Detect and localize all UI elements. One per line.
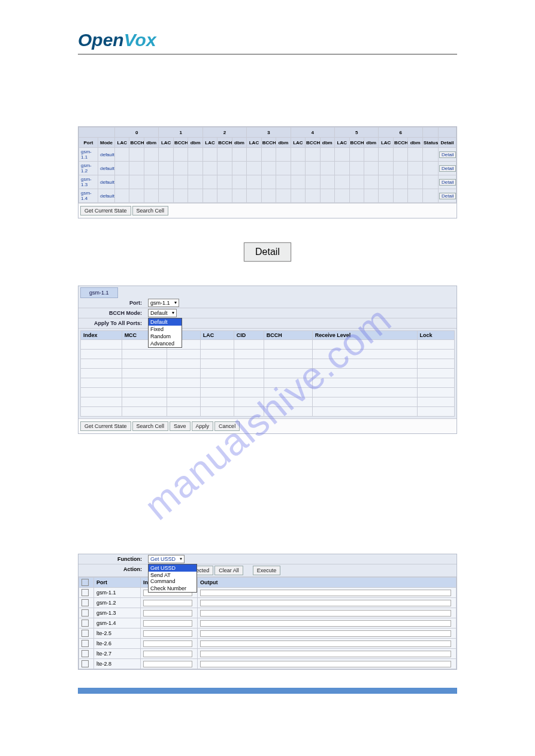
row-checkbox[interactable]: [81, 640, 89, 647]
detail-button[interactable]: Detail: [439, 151, 456, 158]
input-field[interactable]: [143, 640, 192, 647]
dropdown-option[interactable]: Get USSD: [149, 564, 197, 572]
bcch-mode-select[interactable]: Default DefaultFixedRandomAdvanced: [148, 309, 177, 316]
data-cell: [291, 175, 305, 189]
detail-callout: Detail: [78, 242, 457, 262]
data-cell: [200, 369, 234, 378]
row-checkbox[interactable]: [81, 620, 89, 627]
ports-table-panel: 0 1 2 3 4 5 6 PortModeLACBCCHdbmLACBCCHd…: [78, 126, 457, 218]
data-cell: [261, 162, 276, 175]
data-cell: [173, 189, 188, 203]
dropdown-option[interactable]: Random: [149, 333, 182, 340]
table-row: gsm-1.1defaultDetail: [79, 148, 457, 162]
output-field[interactable]: [200, 620, 451, 627]
data-cell: [264, 397, 312, 407]
row-checkbox[interactable]: [81, 660, 89, 667]
data-cell: [202, 148, 217, 162]
data-cell: [276, 175, 291, 189]
data-cell: [122, 407, 167, 417]
data-cell: [306, 162, 320, 175]
data-cell: [144, 162, 158, 175]
select-all-checkbox[interactable]: [81, 579, 89, 586]
detail-button[interactable]: Detail: [244, 242, 291, 262]
output-cell: [198, 588, 457, 598]
cancel-button[interactable]: Cancel: [214, 421, 240, 431]
input-field[interactable]: [143, 661, 192, 667]
output-field[interactable]: [200, 661, 451, 667]
bcch-toolbar: Get Current StateSearch CellSaveApplyCan…: [78, 418, 457, 433]
table-row: [81, 369, 455, 378]
dropdown-option[interactable]: Advanced: [149, 340, 182, 347]
data-cell: [81, 359, 122, 369]
function-select[interactable]: Get USSD Get USSDSend AT CommandCheck Nu…: [148, 555, 185, 562]
dropdown-option[interactable]: Check Number: [149, 585, 197, 592]
data-cell: [159, 162, 173, 175]
data-cell: [276, 148, 291, 162]
dropdown-option[interactable]: Default: [149, 318, 182, 326]
row-checkbox[interactable]: [81, 589, 89, 596]
data-cell: [408, 175, 423, 189]
apply-button[interactable]: Apply: [192, 421, 214, 431]
ports-table: 0 1 2 3 4 5 6 PortModeLACBCCHdbmLACBCCHd…: [78, 127, 457, 203]
input-field[interactable]: [143, 620, 192, 627]
input-cell: [141, 649, 198, 659]
output-field[interactable]: [200, 640, 451, 647]
output-field[interactable]: [200, 651, 451, 657]
data-cell: [200, 378, 234, 388]
output-field[interactable]: [200, 590, 451, 596]
input-field[interactable]: [143, 651, 192, 657]
data-cell: [417, 407, 454, 417]
port-tab[interactable]: gsm-1.1: [80, 287, 118, 298]
row-checkbox[interactable]: [81, 630, 89, 637]
column-header: LAC: [379, 138, 393, 148]
data-cell: [247, 175, 261, 189]
row-checkbox[interactable]: [81, 609, 89, 617]
checkbox-cell: [79, 629, 94, 639]
output-field[interactable]: [200, 630, 451, 637]
get-current-state-button[interactable]: Get Current State: [80, 421, 131, 431]
data-cell: [247, 189, 261, 203]
output-field[interactable]: [200, 610, 451, 617]
data-cell: [264, 407, 312, 417]
data-cell: [335, 189, 349, 203]
dropdown-option[interactable]: Send AT Command: [149, 572, 197, 585]
port-select-value: gsm-1.1: [148, 299, 179, 307]
save-button[interactable]: Save: [170, 421, 191, 431]
data-cell: [312, 388, 417, 397]
input-cell: [141, 629, 198, 639]
data-cell: [312, 369, 417, 378]
column-header: Mode: [98, 138, 115, 148]
dropdown-option[interactable]: Fixed: [149, 326, 182, 333]
search-cell-button[interactable]: Search Cell: [132, 421, 169, 431]
detail-button[interactable]: Detail: [439, 193, 456, 199]
data-cell: [122, 369, 167, 378]
port-select[interactable]: gsm-1.1: [148, 299, 179, 306]
data-cell: [167, 407, 200, 417]
output-cell: [198, 608, 457, 618]
search-cell-button[interactable]: Search Cell: [132, 206, 169, 215]
get-current-state-button[interactable]: Get Current State: [80, 206, 131, 215]
data-cell: [291, 189, 305, 203]
data-cell: [312, 359, 417, 369]
detail-button[interactable]: Detail: [439, 179, 456, 186]
data-cell: [312, 407, 417, 417]
bcch-detail-panel: gsm-1.1 Port: gsm-1.1 BCCH Mode: Default…: [78, 286, 457, 434]
input-field[interactable]: [143, 610, 192, 617]
port-cell: gsm-1.1: [94, 588, 141, 598]
data-cell: [247, 162, 261, 175]
data-cell: [264, 359, 312, 369]
input-cell: [141, 598, 198, 608]
row-checkbox[interactable]: [81, 599, 89, 606]
clear-all-button[interactable]: Clear All: [214, 566, 243, 575]
checkbox-cell: [79, 649, 94, 659]
column-header: LAC: [200, 331, 234, 340]
data-cell: [81, 340, 122, 350]
data-cell: [200, 359, 234, 369]
execute-button[interactable]: Execute: [253, 566, 281, 575]
data-cell: [188, 175, 202, 189]
input-field[interactable]: [143, 600, 192, 606]
row-checkbox[interactable]: [81, 650, 89, 657]
output-field[interactable]: [200, 600, 451, 606]
input-field[interactable]: [143, 630, 192, 637]
detail-button[interactable]: Detail: [439, 165, 456, 172]
